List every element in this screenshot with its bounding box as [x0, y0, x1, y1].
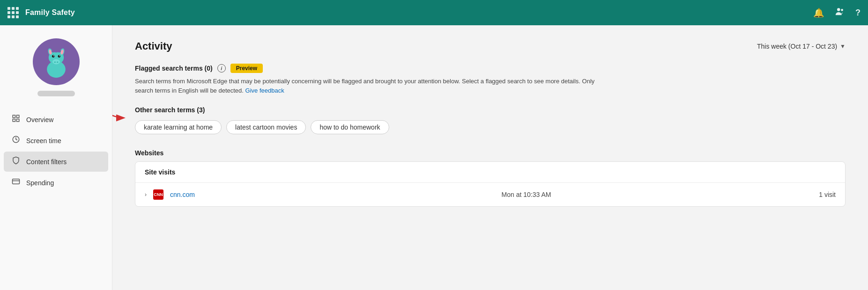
give-feedback-link[interactable]: Give feedback — [245, 87, 284, 94]
site-visit-count: 1 visit — [798, 191, 836, 198]
sidebar-item-overview[interactable]: Overview — [4, 109, 108, 130]
sidebar-item-screen-time[interactable]: Screen time — [4, 130, 108, 151]
user-name-placeholder — [37, 91, 75, 96]
red-arrow-1 — [112, 102, 126, 125]
week-selector[interactable]: This week (Oct 17 - Oct 23) ▼ — [757, 43, 846, 50]
row-expand-icon[interactable]: › — [145, 191, 147, 198]
content-filters-icon — [11, 156, 21, 167]
info-icon[interactable]: i — [217, 64, 226, 72]
avatar — [33, 38, 80, 85]
table-row: › CNN cnn.com Mon at 10:33 AM 1 visit — [135, 183, 845, 206]
notification-icon[interactable]: 🔔 — [813, 7, 824, 18]
activity-header: Activity This week (Oct 17 - Oct 23) ▼ — [135, 40, 846, 52]
apps-grid-icon[interactable] — [7, 7, 19, 18]
svg-point-9 — [59, 56, 60, 57]
svg-rect-22 — [17, 119, 19, 122]
svg-rect-24 — [13, 179, 20, 184]
main-layout: Overview Screen time Content filters Spe… — [0, 25, 868, 290]
site-url[interactable]: cnn.com — [170, 191, 254, 198]
topbar: Family Safety 🔔 ? — [0, 0, 868, 25]
svg-point-18 — [57, 50, 60, 52]
svg-rect-19 — [13, 115, 15, 117]
content-area: Activity This week (Oct 17 - Oct 23) ▼ F… — [112, 25, 868, 290]
site-visit-time: Mon at 10:33 AM — [261, 191, 792, 198]
sidebar-item-content-filters-label: Content filters — [26, 158, 67, 166]
other-terms-section: Other search terms (3) karate learning a… — [135, 106, 846, 134]
screen-time-icon — [11, 135, 21, 146]
topbar-actions: 🔔 ? — [813, 7, 861, 19]
svg-rect-21 — [13, 119, 15, 122]
svg-point-0 — [837, 8, 840, 11]
search-tags: karate learning at home latest cartoon m… — [135, 120, 846, 134]
other-terms-title: Other search terms (3) — [135, 106, 205, 114]
svg-point-17 — [52, 50, 55, 52]
sidebar: Overview Screen time Content filters Spe… — [0, 25, 112, 290]
spending-icon — [11, 177, 21, 188]
sidebar-item-spending[interactable]: Spending — [4, 173, 108, 193]
preview-badge[interactable]: Preview — [230, 64, 263, 73]
svg-point-5 — [52, 59, 59, 65]
site-visits-header: Site visits — [135, 162, 845, 183]
websites-title: Websites — [135, 149, 846, 157]
flagged-label: Flagged search terms (0) — [135, 65, 213, 72]
site-visits-card: Site visits › CNN cnn.com — [135, 161, 846, 207]
help-icon[interactable]: ? — [855, 8, 861, 18]
sidebar-item-screen-time-label: Screen time — [26, 137, 61, 145]
sidebar-item-overview-label: Overview — [26, 116, 53, 123]
flagged-description: Search terms from Microsoft Edge that ma… — [135, 77, 603, 95]
nav-items: Overview Screen time Content filters Spe… — [0, 109, 112, 194]
people-icon[interactable] — [835, 7, 845, 19]
cnn-favicon: CNN — [153, 189, 163, 200]
week-label: This week (Oct 17 - Oct 23) — [757, 43, 837, 50]
chevron-down-icon: ▼ — [840, 43, 846, 50]
svg-point-1 — [841, 9, 843, 11]
sidebar-item-spending-label: Spending — [26, 179, 54, 187]
svg-point-6 — [52, 55, 54, 58]
app-title: Family Safety — [25, 8, 813, 17]
search-tag-1[interactable]: latest cartoon movies — [226, 120, 306, 134]
svg-point-15 — [56, 62, 58, 63]
sidebar-item-content-filters[interactable]: Content filters — [4, 152, 108, 172]
websites-section: Websites Site visits › — [135, 149, 846, 207]
svg-rect-20 — [17, 115, 19, 117]
overview-icon — [11, 114, 21, 125]
other-terms-header: Other search terms (3) — [135, 106, 205, 114]
svg-point-7 — [58, 55, 60, 58]
search-tag-0[interactable]: karate learning at home — [135, 120, 222, 134]
svg-point-8 — [53, 56, 54, 57]
search-tag-2[interactable]: how to do homework — [311, 120, 389, 134]
activity-title: Activity — [135, 40, 172, 52]
flagged-section-label: Flagged search terms (0) i Preview — [135, 64, 846, 73]
svg-point-14 — [54, 62, 56, 63]
